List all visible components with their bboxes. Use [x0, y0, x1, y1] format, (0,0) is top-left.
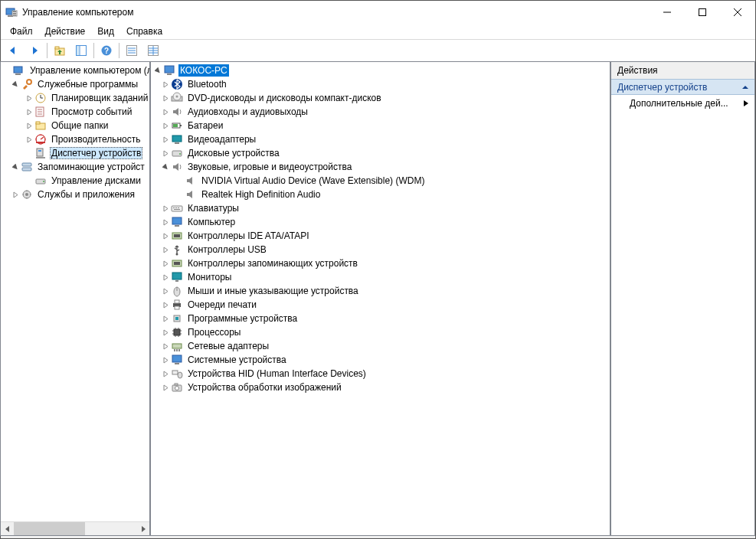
tree-disk-management[interactable]: Управление дисками: [1, 174, 149, 188]
menu-action[interactable]: Действие: [39, 24, 92, 38]
close-button[interactable]: [720, 1, 755, 24]
menu-help[interactable]: Справка: [120, 24, 169, 38]
dev-storage-ctl[interactable]: Контроллеры запоминающих устройств: [151, 256, 610, 270]
device-tree-pane: КОКОС-PC Bluetooth DVD-дисководы и диско…: [150, 61, 610, 536]
expanded-twisty-icon[interactable]: [10, 79, 21, 90]
nav-forward-button[interactable]: [25, 41, 44, 60]
menu-view[interactable]: Вид: [91, 24, 120, 38]
collapsed-twisty-icon[interactable]: [160, 79, 171, 90]
dev-hid[interactable]: Устройства HID (Human Interface Devices): [151, 367, 610, 381]
dev-software[interactable]: Программные устройства: [151, 312, 610, 325]
dev-dvd[interactable]: DVD-дисководы и дисководы компакт-дисков: [151, 91, 610, 105]
minimize-button[interactable]: [650, 1, 685, 24]
tree-shared-folders[interactable]: Общие папки: [1, 119, 149, 132]
scroll-thumb[interactable]: [14, 522, 85, 535]
show-hide-tree-button[interactable]: [71, 41, 91, 60]
collapsed-twisty-icon[interactable]: [160, 382, 171, 393]
collapsed-twisty-icon[interactable]: [24, 134, 34, 145]
dev-disk-drives[interactable]: Дисковые устройства: [151, 146, 610, 160]
svg-point-101: [178, 372, 182, 378]
svg-rect-7: [699, 9, 706, 16]
dev-network[interactable]: Сетевые адаптеры: [151, 339, 610, 353]
collapsed-twisty-icon[interactable]: [160, 313, 171, 324]
dev-system[interactable]: Системные устройства: [151, 353, 610, 367]
menu-file[interactable]: Файл: [4, 24, 39, 38]
dev-ide[interactable]: Контроллеры IDE ATA/ATAPI: [151, 229, 610, 243]
dev-cpu[interactable]: Процессоры: [151, 325, 610, 339]
svg-point-48: [43, 181, 44, 182]
dev-usb[interactable]: Контроллеры USB: [151, 243, 610, 256]
collapsed-twisty-icon[interactable]: [160, 286, 171, 296]
dev-print-queue[interactable]: Очереди печати: [151, 298, 610, 312]
device-tree[interactable]: КОКОС-PC Bluetooth DVD-дисководы и диско…: [151, 62, 610, 535]
collapsed-twisty-icon[interactable]: [24, 120, 34, 131]
horizontal-scrollbar[interactable]: [1, 521, 149, 535]
collapsed-twisty-icon[interactable]: [10, 189, 21, 200]
collapsed-twisty-icon[interactable]: [160, 148, 171, 158]
dev-sound-realtek[interactable]: Realtek High Definition Audio: [151, 188, 610, 201]
dev-battery[interactable]: Батареи: [151, 119, 610, 132]
detail-view-button[interactable]: [143, 41, 163, 60]
up-level-button[interactable]: [50, 41, 70, 60]
collapsed-twisty-icon[interactable]: [160, 217, 171, 227]
scroll-track[interactable]: [14, 522, 136, 535]
collapsed-twisty-icon[interactable]: [160, 93, 171, 103]
dev-imaging[interactable]: Устройства обработки изображений: [151, 381, 610, 394]
expanded-twisty-icon[interactable]: [160, 162, 171, 172]
svg-rect-99: [175, 363, 179, 364]
scroll-left-icon[interactable]: [1, 522, 14, 535]
collapsed-twisty-icon[interactable]: [160, 134, 171, 145]
svg-rect-100: [172, 371, 178, 374]
collapsed-twisty-icon[interactable]: [24, 106, 34, 117]
dev-sound-nvidia[interactable]: NVIDIA Virtual Audio Device (Wave Extens…: [151, 174, 610, 188]
dev-bluetooth[interactable]: Bluetooth: [151, 77, 610, 91]
nav-back-button[interactable]: [3, 41, 23, 60]
controller-icon: [171, 230, 183, 242]
tree-root[interactable]: Управление компьютером (л: [1, 64, 149, 77]
maximize-button[interactable]: [685, 1, 720, 24]
dev-sound[interactable]: Звуковые, игровые и видеоустройства: [151, 160, 610, 174]
collapsed-twisty-icon[interactable]: [160, 272, 171, 283]
dev-audio-io[interactable]: Аудиовходы и аудиовыходы: [151, 105, 610, 119]
collapsed-twisty-icon[interactable]: [24, 93, 34, 103]
svg-rect-11: [55, 47, 59, 49]
dev-computer[interactable]: Компьютер: [151, 215, 610, 229]
collapsed-twisty-icon[interactable]: [160, 244, 171, 255]
tree-device-manager[interactable]: Диспетчер устройств: [1, 146, 149, 160]
tree-event-viewer[interactable]: Просмотр событий: [1, 105, 149, 119]
expanded-twisty-icon[interactable]: [152, 65, 163, 76]
collapsed-twisty-icon[interactable]: [160, 354, 171, 365]
collapse-icon[interactable]: [742, 84, 748, 90]
dev-display[interactable]: Видеоадаптеры: [151, 132, 610, 146]
tree-storage[interactable]: Запоминающие устройст: [1, 160, 149, 174]
expanded-twisty-icon[interactable]: [10, 162, 21, 172]
collapsed-twisty-icon[interactable]: [160, 230, 171, 241]
actions-pane: Действия Диспетчер устройств Дополнитель…: [610, 61, 755, 536]
collapsed-twisty-icon[interactable]: [160, 258, 171, 269]
collapsed-twisty-icon[interactable]: [160, 203, 171, 214]
tree-task-scheduler[interactable]: Планировщик заданий: [1, 91, 149, 105]
dev-keyboard[interactable]: Клавиатуры: [151, 201, 610, 215]
collapsed-twisty-icon[interactable]: [160, 327, 171, 338]
actions-more[interactable]: Дополнительные дей...: [611, 95, 754, 112]
collapsed-twisty-icon[interactable]: [160, 120, 171, 131]
controller-icon: [171, 257, 183, 270]
actions-subheader-label: Диспетчер устройств: [617, 82, 707, 93]
collapsed-twisty-icon[interactable]: [160, 106, 171, 117]
dev-root[interactable]: КОКОС-PC: [151, 64, 610, 77]
dev-monitor[interactable]: Мониторы: [151, 270, 610, 284]
collapsed-twisty-icon[interactable]: [160, 368, 171, 379]
tree-performance[interactable]: Производительность: [1, 132, 149, 146]
collapsed-twisty-icon[interactable]: [160, 299, 171, 310]
actions-subheader[interactable]: Диспетчер устройств: [611, 79, 754, 95]
scroll-right-icon[interactable]: [136, 522, 149, 535]
tree-services-apps[interactable]: Службы и приложения: [1, 188, 149, 201]
console-tree[interactable]: Управление компьютером (л Служебные прог…: [1, 62, 149, 521]
list-view-button[interactable]: [122, 41, 142, 60]
collapsed-twisty-icon[interactable]: [160, 341, 171, 351]
help-button[interactable]: ?: [97, 41, 116, 60]
tree-system-tools[interactable]: Служебные программы: [1, 77, 149, 91]
svg-rect-51: [165, 66, 174, 73]
dev-mouse[interactable]: Мыши и иные указывающие устройства: [151, 284, 610, 298]
tree-label: Bluetooth: [186, 78, 228, 90]
